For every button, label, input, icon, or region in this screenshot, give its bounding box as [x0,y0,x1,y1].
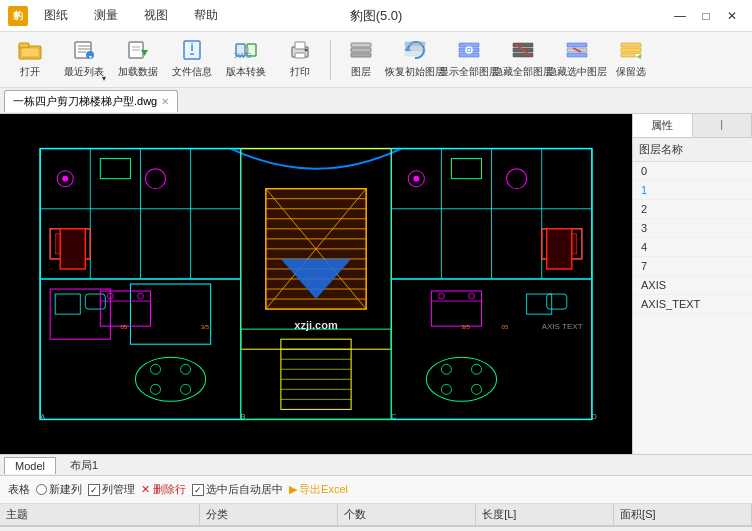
svg-text:AXIS TEXT: AXIS TEXT [542,322,583,331]
svg-point-23 [305,49,308,52]
svg-rect-44 [621,43,641,47]
auto-center-check[interactable]: 选中后自动居中 [192,482,283,497]
file-tab[interactable]: 一栋四户剪刀梯楼梯户型.dwg ✕ [4,90,178,112]
right-panel-tab-properties[interactable]: 属性 [633,114,693,137]
right-panel-tabs: 属性 | [633,114,752,138]
toolbar-save-button[interactable]: 保留选 [605,35,657,85]
svg-text:A: A [40,413,45,420]
new-col-radio[interactable]: 新建列 [36,482,82,497]
layer-item-1[interactable]: 1 [633,181,752,200]
toolbar-showall-button[interactable]: 显示全部图层 [443,35,495,85]
layer-item-axis[interactable]: AXIS [633,276,752,295]
bottom-tabs: Model 布局1 [0,454,752,476]
properties-area: 表格 新建列 列管理 ✕ 删除行 选中后自动居中 ▶ 导出Excel [0,476,752,504]
restore-icon [403,40,427,63]
load-icon [126,40,150,63]
col-header-length: 长度[L] [476,504,614,525]
toolbar-restore-button[interactable]: 恢复初始图层 [389,35,441,85]
recent-label: 最近列表 [64,65,104,79]
layer-item-7[interactable]: 7 [633,257,752,276]
fileinfo-icon: i [180,40,204,63]
svg-text:DWG: DWG [234,51,252,60]
layer-item-4[interactable]: 4 [633,238,752,257]
menu-tabs: 图纸 测量 视图 帮助 [32,3,230,28]
app-logo: 豹 [8,6,28,26]
cad-canvas[interactable]: 3/5 05 3/5 05 A B C D AXIS TEXT xzji.com [0,114,632,454]
window-controls: — □ ✕ [668,6,744,26]
svg-rect-122 [60,229,85,269]
print-icon [288,40,312,63]
svg-text:B: B [241,413,246,420]
file-tab-name: 一栋四户剪刀梯楼梯户型.dwg [13,94,157,109]
status-bar: (995181, -117531, 0) [0,526,752,531]
right-panel-tab-extra[interactable]: | [693,114,753,137]
layer-item-3[interactable]: 3 [633,219,752,238]
hidecurrent-icon [565,40,589,63]
col-mgmt-checkbox[interactable] [88,484,100,496]
svg-text:05: 05 [120,324,127,330]
open-label: 打开 [20,65,40,79]
export-excel-button[interactable]: ▶ 导出Excel [289,482,348,497]
toolbar-hideall-button[interactable]: 隐藏全部图层 [497,35,549,85]
col-header-category: 分类 [200,504,338,525]
menu-tab-drawing[interactable]: 图纸 [32,3,80,28]
new-col-radio-input[interactable] [36,484,47,495]
svg-point-92 [413,176,419,182]
svg-rect-40 [567,43,587,47]
auto-center-label: 选中后自动居中 [206,482,283,497]
right-panel: 属性 | 图层名称 0 1 2 3 4 7 AXIS AXIS_TEXT [632,114,752,454]
svg-rect-30 [405,52,425,56]
menu-tab-measure[interactable]: 测量 [82,3,130,28]
auto-center-checkbox[interactable] [192,484,204,496]
convert-icon: DWG [234,40,258,63]
layer-item-axis-text[interactable]: AXIS_TEXT [633,295,752,314]
right-panel-header: 图层名称 [633,138,752,162]
toolbar-layer-button[interactable]: 图层 [335,35,387,85]
restore-label: 恢复初始图层 [385,65,445,79]
svg-rect-29 [405,47,425,51]
svg-text:3/5: 3/5 [461,324,470,330]
svg-rect-42 [567,53,587,57]
layer-item-2[interactable]: 2 [633,200,752,219]
svg-text:D: D [592,413,597,420]
svg-text:i: i [190,41,193,53]
tab-model[interactable]: Model [4,457,56,474]
hideall-icon [511,40,535,63]
title-bar-left: 豹 图纸 测量 视图 帮助 [8,3,230,28]
toolbar-fileinfo-button[interactable]: i 文件信息 [166,35,218,85]
hidecurrent-label: 隐藏选中图层 [547,65,607,79]
svg-rect-2 [21,48,39,57]
toolbar-convert-button[interactable]: DWG 版本转换 [220,35,272,85]
open-icon [18,40,42,63]
col-mgmt-check[interactable]: 列管理 [88,482,135,497]
delete-row-button[interactable]: ✕ 删除行 [141,482,186,497]
tab-layout1[interactable]: 布局1 [60,456,108,475]
file-tab-close[interactable]: ✕ [161,96,169,107]
load-label: 加载数据 [118,65,158,79]
menu-tab-view[interactable]: 视图 [132,3,180,28]
menu-tab-help[interactable]: 帮助 [182,3,230,28]
toolbar-load-button[interactable]: 加载数据 [112,35,164,85]
export-icon: ▶ [289,483,297,496]
save-label: 保留选 [616,65,646,79]
toolbar-print-button[interactable]: 打印 [274,35,326,85]
svg-rect-1 [19,43,29,48]
maximize-button[interactable]: □ [694,6,718,26]
toolbar-open-button[interactable]: 打开 [4,35,56,85]
cad-drawing-svg: 3/5 05 3/5 05 A B C D AXIS TEXT xzji.com [0,114,632,454]
toolbar-recent-button[interactable]: ▾ 最近列表 [58,35,110,85]
minimize-button[interactable]: — [668,6,692,26]
col-header-theme: 主题 [0,504,200,525]
close-button[interactable]: ✕ [720,6,744,26]
main-area: 3/5 05 3/5 05 A B C D AXIS TEXT xzji.com… [0,114,752,454]
file-tab-strip: 一栋四户剪刀梯楼梯户型.dwg ✕ [0,88,752,114]
svg-rect-21 [295,42,305,49]
layer-label: 图层 [351,65,371,79]
convert-label: 版本转换 [226,65,266,79]
toolbar-hidecurrent-button[interactable]: 隐藏选中图层 [551,35,603,85]
col-header-area: 面积[S] [614,504,752,525]
svg-point-73 [62,176,68,182]
layer-item-0[interactable]: 0 [633,162,752,181]
fileinfo-label: 文件信息 [172,65,212,79]
svg-rect-22 [295,53,305,58]
